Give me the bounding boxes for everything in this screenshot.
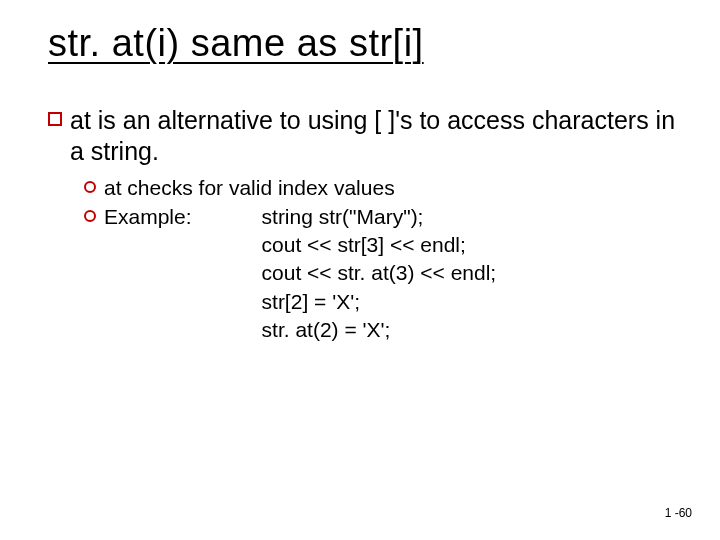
square-bullet-icon	[48, 112, 62, 126]
example-label: Example:	[104, 203, 262, 230]
sub-bullet-row-example: Example: string str("Mary"); cout << str…	[84, 203, 680, 345]
code-block: string str("Mary"); cout << str[3] << en…	[262, 203, 497, 345]
slide-title: str. at(i) same as str[i]	[48, 22, 680, 65]
main-bullet-text: at is an alternative to using [ ]'s to a…	[70, 105, 680, 168]
sub-bullet-list: at checks for valid index values Example…	[84, 174, 680, 345]
code-line: str. at(2) = 'X';	[262, 316, 497, 344]
sub-bullet-row: at checks for valid index values	[84, 174, 680, 201]
code-line: string str("Mary");	[262, 203, 497, 231]
code-line: str[2] = 'X';	[262, 288, 497, 316]
code-line: cout << str[3] << endl;	[262, 231, 497, 259]
main-bullet-row: at is an alternative to using [ ]'s to a…	[48, 105, 680, 168]
circle-bullet-icon	[84, 210, 96, 222]
code-line: cout << str. at(3) << endl;	[262, 259, 497, 287]
circle-bullet-icon	[84, 181, 96, 193]
page-number: 1 -60	[665, 506, 692, 520]
sub-bullet-text-check: at checks for valid index values	[104, 174, 395, 201]
